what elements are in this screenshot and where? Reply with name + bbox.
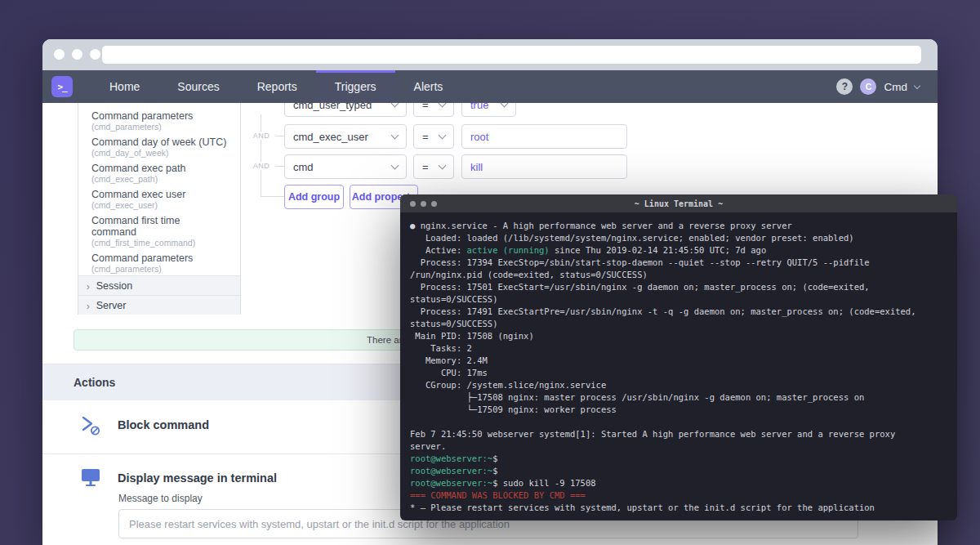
field-select[interactable]: cmd: [284, 154, 407, 179]
terminal-line: Active: active (running) since Thu 2019-…: [410, 244, 947, 257]
sidebar-property-item[interactable]: Command day of week (UTC)(cmd_day_of_wee…: [78, 134, 240, 160]
sidebar-sections: ›Session›Server: [78, 275, 240, 315]
terminal-line: status=0/SUCCESS): [410, 293, 947, 306]
terminal-line: Process: 17394 ExecStop=/sbin/start-stop…: [410, 257, 947, 269]
terminal-line: /run/nginx.pid (code=exited, status=0/SU…: [410, 269, 947, 281]
operator-select[interactable]: =: [413, 154, 454, 179]
terminal-line: Process: 17491 ExecStartPre=/usr/sbin/ng…: [410, 306, 947, 318]
field-select-value: cmd_exec_user: [293, 131, 368, 143]
property-title: Command exec user: [91, 189, 227, 200]
terminal-line: Feb 7 21:45:50 webserver systemd[1]: Sta…: [410, 428, 947, 440]
nav-tab-triggers[interactable]: Triggers: [316, 70, 395, 103]
and-label: AND: [252, 162, 271, 170]
terminal-line: CPU: 17ms: [410, 367, 947, 379]
chevron-down-icon[interactable]: [914, 82, 920, 88]
terminal-window-control-dot[interactable]: [431, 201, 437, 207]
sidebar-section-session[interactable]: ›Session: [78, 275, 240, 295]
and-label: AND: [252, 132, 271, 140]
app-navbar: >_ HomeSourcesReportsTriggersAlerts ? C …: [42, 70, 938, 103]
sidebar-property-item[interactable]: Command exec user(cmd_exec_user): [78, 186, 240, 212]
terminal-window: ~ Linux Terminal ~ ● nginx.service - A h…: [400, 194, 957, 520]
window-control-dot[interactable]: [90, 49, 100, 60]
avatar: C: [860, 78, 876, 95]
terminal-window-control-dot[interactable]: [410, 201, 416, 207]
terminal-body[interactable]: ● nginx.service - A high performance web…: [400, 212, 957, 520]
sidebar-property-item[interactable]: Command first time command(cmd_first_tim…: [78, 212, 240, 250]
terminal-window-control-dot[interactable]: [421, 201, 426, 207]
add-group-button[interactable]: Add group: [284, 185, 344, 209]
terminal-line: status=0/SUCCESS): [410, 318, 947, 330]
property-title: Command first time command: [91, 215, 227, 238]
value-input[interactable]: kill: [461, 154, 627, 179]
browser-titlebar: [42, 39, 938, 70]
nav-tab-alerts[interactable]: Alerts: [395, 70, 462, 103]
nav-tab-home[interactable]: Home: [91, 70, 158, 103]
action-label: Block command: [118, 418, 209, 431]
chevron-down-icon: [391, 162, 399, 170]
navbar-right: ? C Cmd: [836, 78, 920, 95]
section-label: Session: [96, 280, 132, 292]
operator-select-value: =: [422, 131, 429, 143]
terminal-titlebar: ~ Linux Terminal ~: [400, 194, 957, 212]
actions-title: Actions: [74, 376, 115, 389]
section-label: Server: [96, 300, 127, 311]
property-title: Command exec path: [91, 163, 227, 174]
user-menu[interactable]: Cmd: [884, 81, 907, 93]
terminal-line: └─17509 nginx: worker process: [410, 404, 947, 416]
action-label: Display message in terminal: [118, 471, 277, 485]
property-sidebar: Command parameters(cmd_parameters)Comman…: [78, 103, 241, 315]
terminal-line: Tasks: 2: [410, 342, 947, 355]
window-control-dot[interactable]: [54, 49, 65, 60]
property-code: (cmd_first_time_command): [91, 238, 227, 248]
sidebar-property-item[interactable]: Command exec path(cmd_exec_path): [78, 160, 240, 186]
property-code: (cmd_parameters): [91, 122, 227, 132]
terminal-line: Loaded: loaded (/lib/systemd/system/ngin…: [410, 232, 947, 244]
chevron-down-icon: [439, 132, 447, 140]
terminal-line: === COMMAND WAS BLOCKED BY CMD ===: [410, 489, 947, 502]
terminal-line: Main PID: 17508 (nginx): [410, 330, 947, 342]
operator-select[interactable]: =: [413, 124, 454, 149]
terminal-line: ● nginx.service - A high performance web…: [410, 220, 947, 232]
property-list: Command parameters(cmd_parameters)Comman…: [78, 103, 240, 275]
terminal-line: root@webserver:~$: [410, 453, 947, 465]
property-title: Command parameters: [91, 110, 227, 122]
nav-tab-reports[interactable]: Reports: [238, 70, 316, 103]
condition-connector: [275, 166, 284, 167]
chevron-down-icon: [439, 162, 447, 170]
terminal-line: CGroup: /system.slice/nginx.service: [410, 379, 947, 391]
message-to-display-label: Message to display: [118, 493, 203, 504]
chevron-down-icon: [391, 132, 399, 140]
terminal-line: Process: 17501 ExecStart=/usr/sbin/nginx…: [410, 281, 947, 293]
sidebar-section-server[interactable]: ›Server: [78, 295, 240, 315]
chevron-right-icon: ›: [87, 279, 90, 291]
nav-tabs: HomeSourcesReportsTriggersAlerts: [91, 70, 461, 103]
url-bar[interactable]: [102, 46, 921, 64]
field-select[interactable]: cmd_exec_user: [284, 124, 407, 149]
terminal-line: [410, 416, 947, 428]
property-code: (cmd_exec_path): [91, 174, 227, 184]
terminal-line: * — Please restart services with systemd…: [410, 502, 947, 514]
desktop-background: >_ HomeSourcesReportsTriggersAlerts ? C …: [0, 0, 980, 545]
condition-connector: [261, 114, 261, 196]
terminal-line: root@webserver:~$: [410, 465, 947, 477]
help-icon[interactable]: ?: [836, 78, 853, 95]
terminal-title: ~ Linux Terminal ~: [635, 199, 723, 208]
operator-select-value: =: [422, 161, 429, 173]
terminal-line: server.: [410, 440, 947, 453]
sidebar-property-item[interactable]: Command parameters(cmd_parameters): [78, 250, 240, 275]
property-code: (cmd_parameters): [91, 264, 227, 274]
sidebar-property-item[interactable]: Command parameters(cmd_parameters): [78, 108, 240, 134]
chevron-right-icon: ›: [87, 299, 90, 310]
monitor-icon: [80, 467, 101, 488]
property-title: Command day of week (UTC): [91, 136, 227, 148]
value-input[interactable]: root: [461, 124, 627, 149]
property-code: (cmd_day_of_week): [91, 148, 227, 158]
property-code: (cmd_exec_user): [91, 200, 227, 210]
condition-connector: [275, 136, 284, 136]
condition-connector: [261, 196, 284, 197]
window-control-dot[interactable]: [72, 49, 82, 60]
nav-tab-sources[interactable]: Sources: [158, 70, 238, 103]
field-select-value: cmd: [293, 161, 314, 173]
terminal-line: ├─17508 nginx: master process /usr/sbin/…: [410, 391, 947, 404]
block-command-icon: [80, 415, 101, 436]
